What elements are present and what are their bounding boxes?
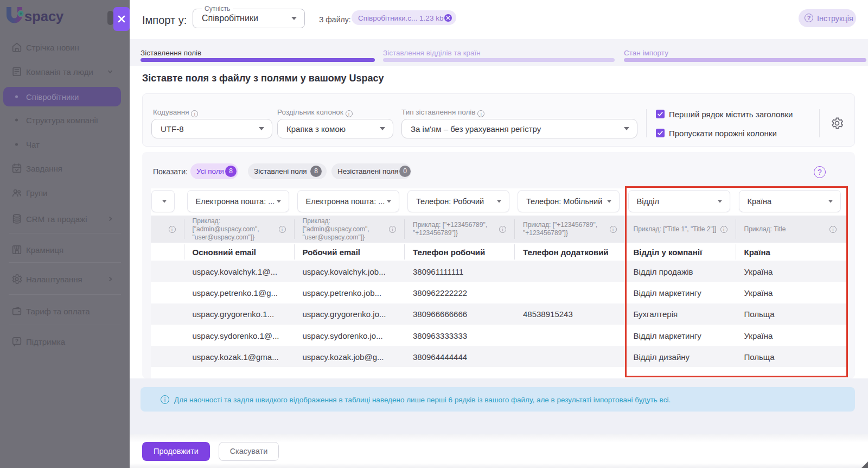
svg-text:spacy: spacy bbox=[24, 9, 64, 24]
